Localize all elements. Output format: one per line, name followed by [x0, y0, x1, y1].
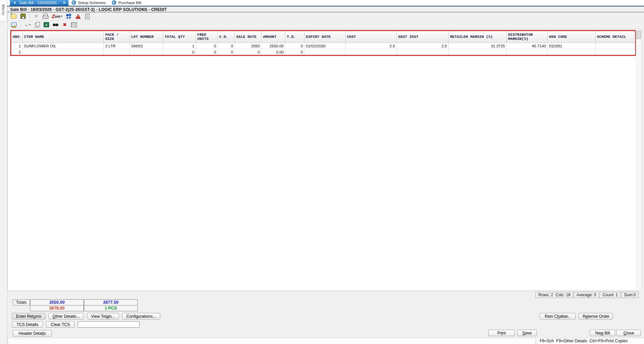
grid-cell[interactable]: 0 [218, 49, 235, 56]
grid-cell[interactable]: SUNFLOWER OIL [23, 43, 104, 49]
retv-challan-button[interactable]: Retv Challan.. [540, 313, 575, 319]
zoom-icon[interactable]: Zom▾ [51, 13, 63, 20]
column-header-hsn-code[interactable]: HSN CODE [548, 31, 595, 43]
grid-cell[interactable] [507, 49, 548, 56]
grid-cell[interactable]: 0 [285, 49, 304, 56]
grid-cell[interactable] [130, 49, 163, 56]
grid-cell[interactable]: 0 [196, 49, 218, 56]
save-icon[interactable] [19, 13, 26, 20]
other-details-button[interactable]: Other Details... [48, 313, 84, 319]
grid-cell[interactable]: SN001 [130, 43, 163, 49]
grid-cell[interactable] [396, 49, 448, 56]
alert-icon[interactable] [75, 13, 81, 20]
grid-cell[interactable] [595, 49, 635, 56]
find-icon[interactable] [52, 21, 59, 28]
tcs-details-button[interactable]: TCS Details [12, 321, 43, 328]
grid-cell[interactable]: 0 [163, 49, 196, 56]
totals-gross-amount: 2550.00 [30, 299, 84, 305]
active-edit-cell[interactable] [23, 49, 104, 56]
checklist-icon[interactable] [84, 13, 91, 20]
column-header-total-qty[interactable]: TOTAL QTY [163, 31, 196, 43]
new-bill-button[interactable]: New Bill [590, 330, 615, 336]
menu-flyout-tab[interactable]: Menu [0, 0, 7, 21]
column-header-sgst-igst[interactable]: SGST IGST [396, 31, 448, 43]
grid-cell[interactable]: 31.3725 [448, 43, 506, 49]
grid-icon[interactable] [71, 21, 77, 28]
column-header-t-d[interactable]: T.D. [285, 31, 304, 43]
print-button[interactable]: Print [488, 330, 515, 336]
tcs-value-input[interactable] [78, 321, 139, 328]
clear-tcs-button[interactable]: Clear TCS [46, 321, 75, 328]
tab-purchase-bill[interactable]: LPurchase Bill [109, 0, 144, 6]
column-header-pack-size[interactable]: PACK / SIZE [104, 31, 130, 43]
column-header-scheme-detail[interactable]: SCHEME DETAIL [595, 31, 635, 43]
grid-cell[interactable]: 2550 [235, 43, 261, 49]
column-header-lot-number[interactable]: LOT NUMBER [130, 31, 163, 43]
grid-cell[interactable]: 1 [163, 43, 196, 49]
grid-cell[interactable] [548, 49, 595, 56]
excel-icon[interactable] [43, 21, 50, 28]
column-header-distributor-margin[interactable]: DISTRIBUTOR MARGIN(%) [507, 31, 548, 43]
print-icon[interactable] [42, 13, 49, 20]
row-number-cell[interactable]: 1 [11, 43, 23, 49]
status-average: Average: 0 [574, 292, 599, 298]
grid-cell[interactable]: 0.00 [261, 49, 285, 56]
save-button[interactable]: Save [517, 330, 537, 336]
display-icon[interactable] [10, 21, 17, 28]
tab-sale-bill-16-03-2026-gs[interactable]: LSale Bill - 16/03/2026 - GS...× [10, 0, 69, 6]
toolbar-separator [29, 14, 30, 19]
grid-cell[interactable]: 010391 [548, 43, 595, 49]
column-header-sale-rate[interactable]: SALE RATE [235, 31, 261, 43]
column-header-free-units[interactable]: FREE UNITS [196, 31, 218, 43]
app-logo-icon: L [13, 0, 17, 5]
view-totals-button[interactable]: View Totals... [87, 313, 119, 319]
column-header-expiry-date[interactable]: EXPIRY DATE [304, 31, 345, 43]
grid-cell[interactable] [595, 43, 635, 49]
column-header-cgst[interactable]: CGST [345, 31, 396, 43]
left-button-row-1: Enter Returns Other Details... View Tota… [12, 313, 160, 319]
grid-cell[interactable] [345, 49, 396, 56]
column-header-c-d[interactable]: C.D. [218, 31, 235, 43]
header-details-button[interactable]: Header Details [13, 330, 52, 336]
grid-cell[interactable]: 2.5 [396, 43, 448, 49]
column-header-retailer-margin[interactable]: RETAILER MARGIN (%) [448, 31, 506, 43]
column-header-sno[interactable]: SNO. [11, 31, 23, 43]
row-number-cell[interactable]: 2 [11, 49, 23, 56]
menu-strip: Menu [0, 0, 8, 344]
users-icon[interactable] [65, 13, 72, 20]
copy-icon[interactable] [34, 21, 41, 28]
grid-cell[interactable]: 0 [218, 43, 235, 49]
grid-cell[interactable]: 45.7143 [507, 43, 548, 49]
footer-status-area [8, 338, 536, 344]
column-width-icon[interactable]: ↔▾ [24, 21, 31, 28]
column-header-item-name[interactable]: ITEM NAME [23, 31, 104, 43]
grid-container: SNO.ITEM NAMEPACK / SIZELOT NUMBERTOTAL … [8, 29, 642, 291]
right-button-row: Retv Challan.. Reterive Order [540, 313, 613, 319]
enter-returns-button[interactable]: Enter Returns [12, 313, 45, 319]
column-header-amount[interactable]: AMOUNT [261, 31, 285, 43]
grid-status-bar: Rows: 2 Cols: 16 Average: 0 Count: 1 Sum… [536, 292, 639, 298]
grid-cell[interactable] [104, 49, 130, 56]
app-logo-icon: L [72, 0, 76, 5]
grid-cell[interactable]: 0 [235, 49, 261, 56]
configurations-button[interactable]: Configurations... [122, 313, 160, 319]
grid-cell[interactable]: 0 [196, 43, 218, 49]
tab-bar: LSale Bill - 16/03/2026 - GS...×LSetup S… [7, 0, 644, 6]
grid-cell[interactable] [448, 49, 506, 56]
tab-close-icon[interactable]: × [63, 0, 65, 5]
grid-cell[interactable]: 0 [285, 43, 304, 49]
app-window: Menu LSale Bill - 16/03/2026 - GS...×LSe… [0, 0, 644, 344]
remove-icon[interactable] [61, 21, 68, 28]
vertical-scrollbar[interactable] [636, 30, 641, 290]
grid-cell[interactable]: 2 LTR [104, 43, 130, 49]
tab-setup-schemes[interactable]: LSetup Schemes [69, 0, 109, 6]
grid-cell[interactable] [304, 49, 345, 56]
close-button[interactable]: Close [616, 330, 641, 336]
reterive-order-button[interactable]: Reterive Order [579, 313, 613, 319]
grid-cell[interactable]: 2.5 [345, 43, 396, 49]
grid-cell[interactable]: 01/02/2030 [304, 43, 345, 49]
new-bill-icon[interactable] [10, 13, 17, 20]
grid-cell[interactable]: 2550.00 [261, 43, 285, 49]
scrollbar-thumb[interactable] [636, 31, 641, 39]
status-rows-cols: Rows: 2 Cols: 16 [536, 292, 573, 298]
